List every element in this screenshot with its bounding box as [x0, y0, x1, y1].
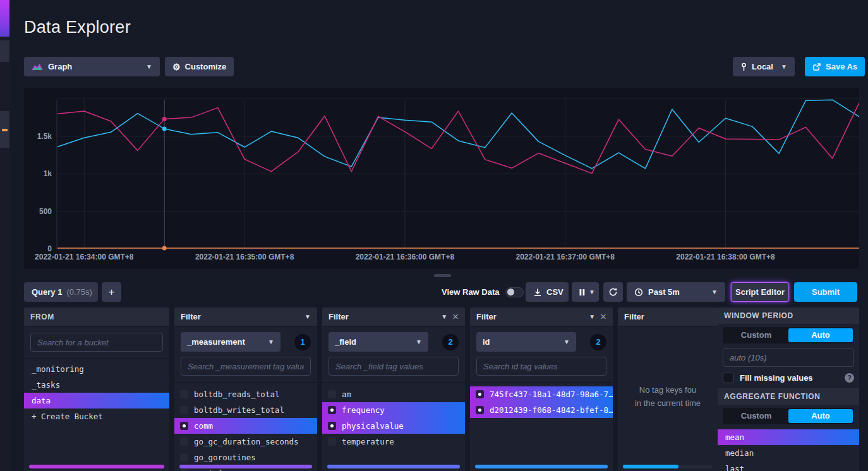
nav-rail-item[interactable] [0, 111, 9, 148]
local-label: Local [752, 62, 773, 71]
checkbox-checked-icon [180, 422, 188, 430]
chevron-down-icon[interactable]: ▼ [304, 314, 311, 320]
horizontal-scrollbar[interactable] [475, 465, 608, 468]
bucket-item[interactable]: _tasks [24, 377, 169, 393]
tag-value-item[interactable]: temperature [322, 434, 465, 450]
fill-missing-checkbox[interactable] [723, 372, 734, 383]
tag-key-label: _field [335, 337, 356, 347]
tag-key-dropdown[interactable]: _field ▼ [329, 332, 428, 352]
custom-option[interactable]: Custom [724, 328, 788, 342]
selected-count-badge: 1 [294, 334, 311, 350]
save-as-button[interactable]: Save As [805, 57, 865, 76]
chevron-down-icon: ▼ [416, 339, 422, 345]
alert-indicator-icon [2, 129, 8, 131]
svg-text:2022-01-21 16:34:00 GMT+8: 2022-01-21 16:34:00 GMT+8 [35, 253, 134, 261]
aggregate-function-item[interactable]: median [718, 445, 859, 461]
tag-value-label: go_gc_duration_seconds [194, 437, 299, 446]
export-icon [812, 63, 821, 71]
filter-field-panel: Filter ▼ × _field ▼ 2 am frequency physi… [322, 307, 465, 471]
horizontal-scrollbar[interactable] [623, 465, 713, 468]
nav-rail-item[interactable] [0, 40, 9, 62]
measurement-search-input[interactable] [181, 357, 311, 376]
from-panel-header: FROM [24, 307, 169, 326]
graph-resize-handle[interactable] [434, 274, 451, 277]
tag-key-dropdown[interactable]: id ▼ [476, 332, 576, 352]
filter-panel-header: Filter ▼ × [322, 307, 465, 326]
help-icon[interactable]: ? [845, 373, 854, 383]
page-title: Data Explorer [24, 18, 131, 37]
filter-id-panel: Filter ▼ × id ▼ 2 745fc437-18a1-48d7-98a… [470, 307, 613, 471]
empty-message-line2: in the current time [620, 396, 715, 410]
checkbox-checked-icon [476, 390, 484, 398]
filter-title: Filter [476, 312, 497, 321]
chevron-down-icon[interactable]: ▼ [589, 314, 595, 320]
tag-value-label: 745fc437-18a1-48d7-98a6-7… [490, 390, 613, 399]
horizontal-scrollbar[interactable] [29, 465, 164, 468]
chevron-down-icon[interactable]: ▼ [441, 314, 447, 320]
time-range-dropdown[interactable]: Past 5m ▼ [627, 282, 725, 302]
save-as-label: Save As [826, 62, 857, 71]
chevron-down-icon: ▼ [146, 64, 152, 70]
pause-icon [579, 289, 585, 296]
id-search-input[interactable] [476, 357, 606, 376]
csv-label: CSV [546, 287, 564, 297]
chevron-down-icon: ▼ [564, 339, 570, 345]
custom-option[interactable]: Custom [724, 409, 788, 423]
svg-text:1k: 1k [44, 169, 52, 178]
view-raw-data-toggle[interactable] [505, 287, 524, 297]
window-period-title: WINDOW PERIOD [724, 311, 793, 320]
submit-button[interactable]: Submit [794, 282, 857, 302]
tag-value-item[interactable]: boltdb_reads_total [174, 386, 317, 402]
tag-value-item-selected[interactable]: d2012439-f068-4842-bfef-8… [470, 402, 613, 418]
close-icon[interactable]: × [452, 311, 459, 323]
close-icon[interactable]: × [600, 311, 606, 323]
bucket-item-selected[interactable]: data [24, 393, 169, 408]
empty-message-line1: No tag keys fou [620, 383, 715, 396]
tag-value-item-selected[interactable]: 745fc437-18a1-48d7-98a6-7… [470, 386, 613, 402]
query-tab-label: Query 1 [32, 287, 62, 297]
query-tab-time: (0.75s) [66, 287, 92, 297]
tag-value-label: frequency [342, 405, 385, 415]
customize-label: Customize [185, 62, 227, 71]
script-editor-button[interactable]: Script Editor [731, 282, 789, 302]
tag-value-item[interactable]: boltdb_writes_total [174, 402, 317, 418]
window-period-input[interactable]: auto (10s) [723, 348, 854, 367]
graph-type-dropdown[interactable]: Graph ▼ [24, 57, 160, 76]
checkbox-icon [180, 390, 188, 398]
pause-button[interactable]: ▼ [572, 282, 599, 302]
refresh-button[interactable] [603, 282, 623, 302]
tag-value-item-selected[interactable]: comm [174, 418, 317, 434]
tag-value-label: am [342, 390, 351, 399]
auto-option[interactable]: Auto [788, 328, 853, 342]
tag-key-dropdown[interactable]: _measurement ▼ [181, 332, 280, 352]
aggregate-function-item[interactable]: last [718, 461, 859, 471]
tag-value-label: boltdb_writes_total [194, 405, 284, 415]
field-search-input[interactable] [329, 357, 459, 376]
query-tab[interactable]: Query 1 (0.75s) [24, 282, 98, 302]
create-bucket-button[interactable]: + Create Bucket [24, 408, 169, 424]
time-series-graph[interactable]: 05001k1.5k2022-01-21 16:34:00 GMT+82022-… [24, 88, 859, 269]
tag-value-item[interactable]: am [322, 386, 465, 402]
local-dropdown[interactable]: Local ▼ [733, 57, 795, 76]
horizontal-scrollbar[interactable] [179, 465, 312, 468]
tag-value-item[interactable]: go_gc_duration_seconds [174, 434, 317, 450]
bucket-item[interactable]: _monitoring [24, 361, 169, 377]
tag-value-item-selected[interactable]: frequency [322, 402, 465, 418]
aggregate-function-header: AGGREGATE FUNCTION [718, 388, 859, 405]
aggregate-function-item-selected[interactable]: mean [718, 429, 859, 445]
csv-download-button[interactable]: CSV [526, 282, 569, 302]
bucket-search-input[interactable] [30, 333, 163, 352]
horizontal-scrollbar[interactable] [327, 465, 460, 468]
fill-missing-label: Fill missing values [740, 373, 813, 383]
add-query-button[interactable]: + [102, 282, 121, 302]
time-range-label: Past 5m [648, 287, 680, 297]
customize-button[interactable]: ⚙ Customize [165, 57, 234, 76]
checkbox-icon [180, 438, 188, 446]
app-logo[interactable] [0, 0, 9, 37]
tag-value-item-selected[interactable]: physicalvalue [322, 418, 465, 434]
from-title: FROM [30, 313, 54, 321]
script-editor-label: Script Editor [735, 287, 785, 297]
auto-option[interactable]: Auto [788, 409, 853, 423]
tag-value-item[interactable]: go_goroutines [174, 450, 317, 465]
tag-value-label: go_info [194, 468, 227, 471]
